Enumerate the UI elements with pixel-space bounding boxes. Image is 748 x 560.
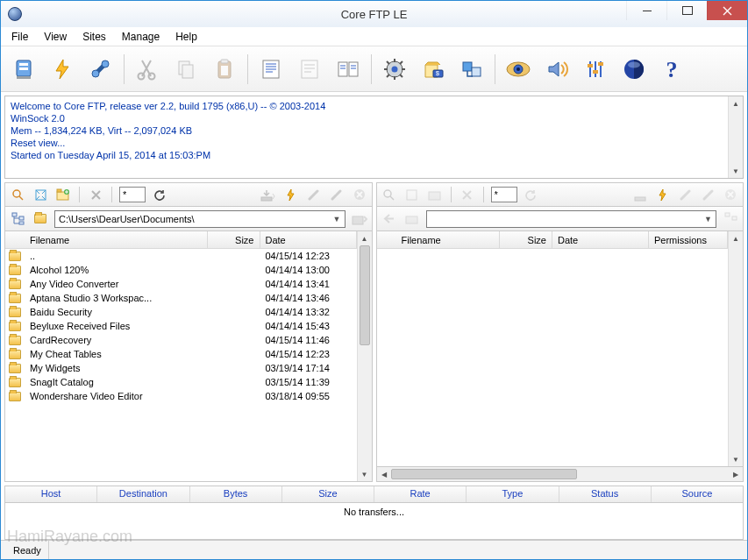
col-filename[interactable]: Filename xyxy=(396,231,501,248)
multipart-button[interactable] xyxy=(454,52,489,87)
stop-icon[interactable] xyxy=(351,186,368,203)
refresh-icon[interactable] xyxy=(523,186,540,203)
tcol-rate[interactable]: Rate xyxy=(374,486,467,502)
upload-icon[interactable] xyxy=(351,210,368,228)
site-manager-button[interactable] xyxy=(6,52,41,87)
new-folder-icon[interactable] xyxy=(426,186,444,203)
power-icon[interactable] xyxy=(653,186,671,203)
table-row[interactable]: Wondershare Video Editor03/18/14 09:55 xyxy=(5,389,357,403)
folder-icon xyxy=(5,252,25,261)
tcol-size[interactable]: Size xyxy=(282,486,374,502)
maximize-button[interactable] xyxy=(666,1,707,20)
tcol-status[interactable]: Status xyxy=(559,486,652,502)
connect-icon[interactable] xyxy=(676,186,694,203)
table-row[interactable]: Baidu Security04/14/14 13:32 xyxy=(5,305,357,319)
power-icon[interactable] xyxy=(282,186,300,203)
download-icon[interactable] xyxy=(260,186,277,203)
delete-icon[interactable] xyxy=(87,186,104,203)
table-row[interactable]: SnagIt Catalog03/15/14 11:39 xyxy=(5,375,357,389)
col-filename[interactable]: Filename xyxy=(25,231,208,248)
local-path-combo[interactable]: C:\Users\DearUser\Documents\ ▼ xyxy=(54,210,346,228)
paste-button[interactable] xyxy=(207,52,242,87)
col-size[interactable]: Size xyxy=(500,231,552,248)
tcol-source[interactable]: Source xyxy=(652,486,743,502)
view-button[interactable] xyxy=(292,52,327,87)
svg-marker-62 xyxy=(288,189,294,201)
disconnect-icon[interactable] xyxy=(699,186,716,203)
col-size[interactable]: Size xyxy=(208,231,260,248)
cut-button[interactable] xyxy=(130,52,165,87)
table-row[interactable]: Alcohol 120%04/14/14 13:00 xyxy=(5,263,357,277)
settings-button[interactable] xyxy=(377,52,412,87)
help-button[interactable]: ? xyxy=(655,52,690,87)
disconnect-icon[interactable] xyxy=(328,186,346,203)
download-icon[interactable] xyxy=(630,186,648,203)
back-icon[interactable] xyxy=(381,210,398,228)
tcol-host[interactable]: Host xyxy=(5,486,97,502)
local-file-list[interactable]: Filename Size Date ..04/15/14 12:23Alcoh… xyxy=(5,231,357,481)
menu-manage[interactable]: Manage xyxy=(115,29,167,45)
log-text[interactable]: Welcome to Core FTP, release ver 2.2, bu… xyxy=(5,96,728,178)
connect-icon[interactable] xyxy=(305,186,323,203)
tcol-type[interactable]: Type xyxy=(467,486,559,502)
compare-button[interactable] xyxy=(331,52,366,87)
remote-folder-icon[interactable] xyxy=(403,210,421,228)
remote-tree-icon[interactable] xyxy=(722,210,739,228)
tcol-bytes[interactable]: Bytes xyxy=(190,486,282,502)
local-folder-icon[interactable] xyxy=(32,210,49,228)
table-row[interactable]: My Cheat Tables04/15/14 12:23 xyxy=(5,347,357,361)
log-scrollbar[interactable]: ▲ ▼ xyxy=(728,96,743,178)
refresh-icon[interactable] xyxy=(151,186,168,203)
local-filter-input[interactable] xyxy=(119,187,146,202)
table-row[interactable]: Any Video Converter04/14/14 13:41 xyxy=(5,277,357,291)
scroll-up-icon[interactable]: ▲ xyxy=(729,96,743,110)
remote-path-combo[interactable]: ▼ xyxy=(426,210,717,228)
svg-rect-59 xyxy=(57,189,61,192)
col-permissions[interactable]: Permissions xyxy=(649,231,728,248)
expand-icon[interactable] xyxy=(32,186,49,203)
remote-file-list[interactable]: Filename Size Date Permissions xyxy=(377,231,729,466)
svg-rect-2 xyxy=(19,67,28,70)
remote-vscrollbar[interactable]: ▲▼ xyxy=(728,231,743,466)
new-folder-icon[interactable] xyxy=(54,186,72,203)
remote-filter-input[interactable] xyxy=(491,187,517,202)
tree-icon[interactable] xyxy=(9,210,26,228)
scroll-down-icon[interactable]: ▼ xyxy=(729,164,743,178)
about-button[interactable] xyxy=(616,52,652,87)
remote-hscrollbar[interactable]: ◀▶ xyxy=(376,467,744,482)
table-row[interactable]: My Widgets03/19/14 17:14 xyxy=(5,361,357,375)
delete-icon[interactable] xyxy=(459,186,476,203)
minimize-button[interactable] xyxy=(626,1,666,20)
copy-button[interactable] xyxy=(168,52,203,87)
view-toggle-button[interactable] xyxy=(501,52,536,87)
table-row[interactable]: ..04/15/14 12:23 xyxy=(5,249,357,263)
transfers-body[interactable]: No transfers... xyxy=(4,503,744,540)
cell-date: 04/14/14 15:43 xyxy=(260,321,357,331)
table-row[interactable]: Beyluxe Received Files04/14/14 15:43 xyxy=(5,319,357,333)
dropdown-arrow-icon[interactable]: ▼ xyxy=(701,215,712,223)
edit-button[interactable] xyxy=(253,52,289,87)
table-row[interactable]: Aptana Studio 3 Workspac...04/14/14 13:4… xyxy=(5,291,357,305)
table-row[interactable]: CardRecovery04/15/14 11:46 xyxy=(5,333,357,347)
dropdown-arrow-icon[interactable]: ▼ xyxy=(330,215,341,223)
filters-button[interactable] xyxy=(578,52,613,87)
tcol-destination[interactable]: Destination xyxy=(97,486,189,502)
reconnect-button[interactable] xyxy=(83,52,118,87)
menu-view[interactable]: View xyxy=(37,29,74,45)
close-button[interactable] xyxy=(707,1,747,20)
quick-connect-button[interactable] xyxy=(45,52,80,87)
menu-sites[interactable]: Sites xyxy=(75,29,113,45)
sound-button[interactable] xyxy=(539,52,574,87)
col-date[interactable]: Date xyxy=(552,231,649,248)
cell-date: 03/19/14 17:14 xyxy=(260,363,357,373)
titlebar[interactable]: Core FTP LE xyxy=(1,1,747,27)
expand-icon[interactable] xyxy=(403,186,421,203)
find-icon[interactable] xyxy=(381,186,398,203)
local-vscrollbar[interactable]: ▲▼ xyxy=(357,231,372,481)
menu-file[interactable]: File xyxy=(4,29,35,45)
find-icon[interactable] xyxy=(9,186,26,203)
col-date[interactable]: Date xyxy=(260,231,357,248)
stop-icon[interactable] xyxy=(722,186,739,203)
menu-help[interactable]: Help xyxy=(168,29,204,45)
schedule-button[interactable]: $ xyxy=(416,52,451,87)
